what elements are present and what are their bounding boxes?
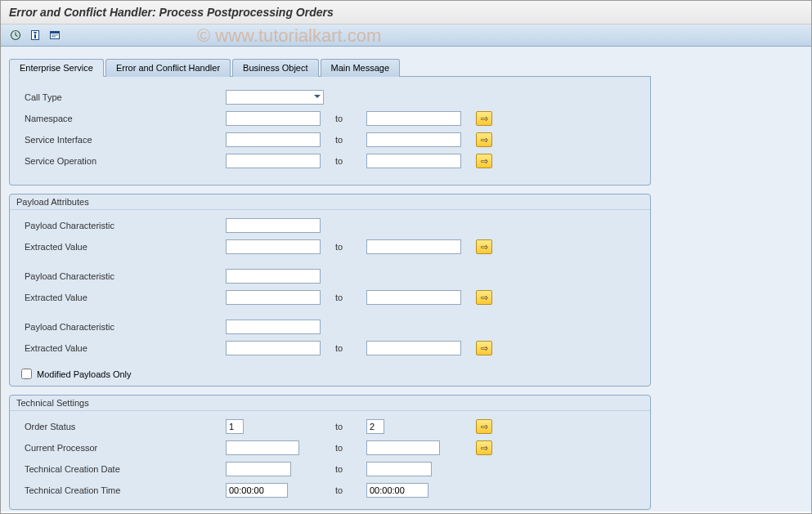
tab-strip: Enterprise Service Error and Conflict Ha… — [9, 58, 651, 77]
group-content-technical: Order Status to ⇨ Current Processor to ⇨… — [10, 411, 650, 509]
row-payload-char-3: Payload Characteristic — [21, 318, 639, 336]
execute-button[interactable] — [7, 27, 24, 43]
row-tech-date: Technical Creation Date to — [21, 460, 639, 478]
svg-rect-7 — [52, 37, 56, 38]
input-namespace-from[interactable] — [226, 111, 321, 126]
group-content-payload: Payload Characteristic Extracted Value t… — [10, 210, 650, 386]
to-label: to — [335, 343, 352, 353]
label-extracted-value: Extracted Value — [21, 293, 226, 302]
title-bar: Error and Conflict Handler: Process Post… — [1, 1, 811, 25]
row-extracted-value-3: Extracted Value to ⇨ — [21, 339, 639, 357]
group-technical-settings: Technical Settings Order Status to ⇨ Cur… — [9, 395, 651, 510]
row-namespace: Namespace to ⇨ — [21, 110, 639, 127]
input-extracted-to-2[interactable] — [366, 290, 461, 305]
label-current-processor: Current Processor — [21, 443, 226, 453]
input-tech-date-to[interactable] — [366, 462, 432, 476]
to-label: to — [335, 485, 352, 495]
to-label: to — [335, 114, 352, 123]
group-title-technical: Technical Settings — [10, 396, 650, 411]
to-label: to — [335, 156, 352, 166]
input-tech-time-to[interactable] — [366, 483, 428, 498]
tab-error-conflict-handler[interactable]: Error and Conflict Handler — [105, 59, 231, 77]
to-label: to — [335, 422, 352, 431]
row-current-processor: Current Processor to ⇨ — [21, 439, 639, 457]
arrow-right-icon: ⇨ — [481, 114, 488, 124]
svg-rect-3 — [34, 34, 36, 38]
more-extracted-3[interactable]: ⇨ — [476, 341, 492, 355]
input-service-operation-to[interactable] — [366, 154, 461, 168]
variant-button[interactable] — [47, 27, 63, 43]
input-order-status-to[interactable] — [366, 419, 384, 434]
label-extracted-value: Extracted Value — [21, 242, 226, 252]
clock-execute-icon — [10, 29, 21, 41]
input-order-status-from[interactable] — [226, 419, 244, 434]
row-payload-char-2: Payload Characteristic — [21, 267, 639, 285]
input-current-processor-to[interactable] — [366, 440, 440, 455]
to-label: to — [335, 443, 352, 453]
input-extracted-from-3[interactable] — [226, 341, 321, 355]
svg-rect-6 — [52, 35, 58, 36]
more-service-operation[interactable]: ⇨ — [476, 154, 492, 168]
label-payload-char: Payload Characteristic — [21, 221, 226, 230]
arrow-right-icon: ⇨ — [481, 422, 488, 432]
to-label: to — [335, 464, 352, 474]
label-extracted-value: Extracted Value — [21, 343, 226, 353]
input-tech-time-from[interactable] — [226, 483, 288, 498]
input-service-interface-from[interactable] — [226, 132, 321, 147]
group-title-payload: Payload Attributes — [10, 194, 650, 210]
input-payload-char-3[interactable] — [226, 320, 321, 334]
svg-rect-2 — [34, 32, 37, 34]
input-extracted-from-1[interactable] — [226, 239, 321, 254]
row-extracted-value-1: Extracted Value to ⇨ — [21, 238, 639, 256]
main-content: Enterprise Service Error and Conflict Ha… — [1, 47, 811, 512]
row-extracted-value-2: Extracted Value to ⇨ — [21, 288, 639, 306]
info-button[interactable] — [27, 27, 43, 43]
to-label: to — [335, 293, 352, 302]
label-service-operation: Service Operation — [21, 156, 226, 166]
input-extracted-to-3[interactable] — [366, 341, 461, 355]
page-title: Error and Conflict Handler: Process Post… — [9, 6, 803, 19]
label-tech-time: Technical Creation Time — [21, 485, 226, 495]
more-namespace[interactable]: ⇨ — [476, 111, 492, 126]
input-current-processor-from[interactable] — [226, 440, 299, 455]
input-tech-date-from[interactable] — [226, 462, 291, 476]
payload-block-3: Payload Characteristic Extracted Value t… — [21, 318, 639, 357]
more-current-processor[interactable]: ⇨ — [476, 440, 492, 455]
label-payload-char: Payload Characteristic — [21, 271, 226, 281]
input-service-interface-to[interactable] — [366, 132, 461, 147]
input-namespace-to[interactable] — [366, 111, 461, 126]
label-call-type: Call Type — [21, 92, 226, 102]
tab-enterprise-service[interactable]: Enterprise Service — [9, 59, 104, 77]
row-payload-char-1: Payload Characteristic — [21, 217, 639, 235]
input-payload-char-1[interactable] — [226, 218, 321, 233]
tab-main-message[interactable]: Main Message — [321, 59, 401, 77]
dropdown-call-type[interactable] — [226, 90, 324, 105]
checkbox-modified-only[interactable] — [21, 369, 32, 379]
input-extracted-from-2[interactable] — [226, 290, 321, 305]
info-icon — [29, 29, 41, 41]
arrow-right-icon: ⇨ — [481, 443, 488, 454]
label-namespace: Namespace — [21, 114, 226, 123]
input-service-operation-from[interactable] — [226, 154, 321, 168]
row-tech-time: Technical Creation Time to — [21, 481, 639, 499]
more-extracted-2[interactable]: ⇨ — [476, 290, 492, 305]
input-payload-char-2[interactable] — [226, 269, 321, 284]
payload-block-2: Payload Characteristic Extracted Value t… — [21, 267, 639, 306]
to-label: to — [335, 242, 352, 252]
more-service-interface[interactable]: ⇨ — [476, 132, 492, 147]
row-service-interface: Service Interface to ⇨ — [21, 131, 639, 149]
more-order-status[interactable]: ⇨ — [476, 419, 492, 434]
toolbar — [1, 25, 811, 47]
arrow-right-icon: ⇨ — [481, 156, 488, 167]
label-service-interface: Service Interface — [21, 135, 226, 145]
svg-rect-5 — [51, 32, 60, 34]
row-service-operation: Service Operation to ⇨ — [21, 152, 639, 170]
label-order-status: Order Status — [21, 422, 226, 431]
row-order-status: Order Status to ⇨ — [21, 418, 639, 436]
more-extracted-1[interactable]: ⇨ — [476, 239, 492, 254]
arrow-right-icon: ⇨ — [481, 343, 488, 354]
input-extracted-to-1[interactable] — [366, 239, 461, 254]
tab-business-object[interactable]: Business Object — [232, 59, 318, 77]
tab-container: Enterprise Service Error and Conflict Ha… — [9, 58, 651, 185]
arrow-right-icon: ⇨ — [481, 293, 488, 303]
